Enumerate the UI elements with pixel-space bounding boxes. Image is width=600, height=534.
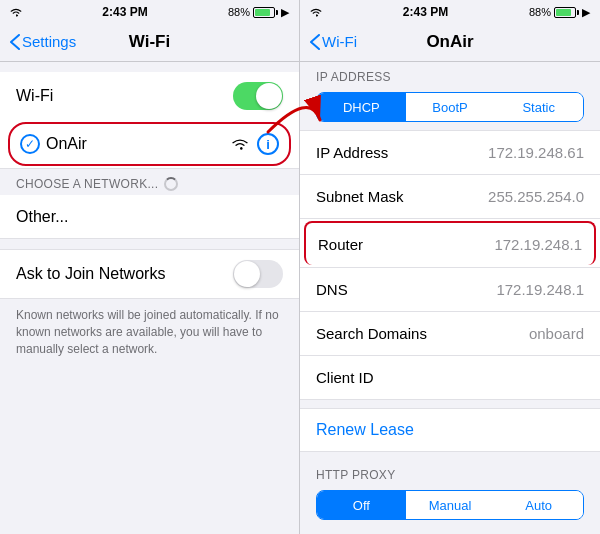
dns-row: DNS 172.19.248.1: [300, 268, 600, 312]
left-panel: 2:43 PM 88% ▶ Settings Wi-Fi Wi-Fi: [0, 0, 300, 534]
status-bar-left: 2:43 PM 88% ▶: [0, 0, 299, 22]
ip-address-value: 172.19.248.61: [488, 144, 584, 161]
ip-address-section-label: IP ADDRESS: [300, 62, 600, 88]
back-to-settings-btn[interactable]: Settings: [10, 33, 76, 50]
ask-join-knob: [234, 261, 260, 287]
back-to-wifi-btn[interactable]: Wi-Fi: [310, 33, 357, 50]
renew-lease-button[interactable]: Renew Lease: [300, 409, 600, 451]
wifi-toggle[interactable]: [233, 82, 283, 110]
loading-spinner: [164, 177, 178, 191]
wifi-toggle-row[interactable]: Wi-Fi: [0, 72, 299, 120]
ip-info-section: IP Address 172.19.248.61 Subnet Mask 255…: [300, 130, 600, 400]
time-left: 2:43 PM: [102, 5, 147, 19]
bootp-tab[interactable]: BootP: [406, 93, 495, 121]
client-id-row: Client ID: [300, 356, 600, 400]
choose-network-label: CHOOSE A NETWORK...: [16, 177, 158, 191]
info-button[interactable]: i: [257, 133, 279, 155]
status-left-right: [310, 6, 322, 18]
battery-percent-left: 88%: [228, 6, 250, 18]
onair-right-section: i: [231, 133, 279, 155]
battery-icon-right: [554, 7, 579, 18]
right-scroll-content[interactable]: IP ADDRESS DHCP BootP Static IP Address …: [300, 62, 600, 534]
wifi-status-icon: [10, 6, 22, 18]
onair-row[interactable]: ✓ OnAir i: [8, 122, 291, 166]
bluetooth-icon-right: ▶: [582, 6, 590, 19]
wifi-status-icon-right: [310, 6, 322, 18]
wifi-page-title: Wi-Fi: [129, 32, 170, 52]
router-value: 172.19.248.1: [494, 236, 582, 253]
choose-network-header: CHOOSE A NETWORK...: [0, 169, 299, 195]
http-proxy-segmented-control[interactable]: Off Manual Auto: [316, 490, 584, 520]
wifi-settings-list: Wi-Fi: [0, 72, 299, 120]
info-icon: i: [266, 137, 270, 152]
back-settings-label: Settings: [22, 33, 76, 50]
search-domains-row: Search Domains onboard: [300, 312, 600, 356]
dhcp-tab[interactable]: DHCP: [317, 93, 406, 121]
status-bar-right: 2:43 PM 88% ▶: [300, 0, 600, 22]
onair-page-title: OnAir: [426, 32, 473, 52]
http-proxy-section: HTTP PROXY Off Manual Auto: [300, 460, 600, 520]
other-label: Other...: [16, 208, 68, 226]
checkmark-circle: ✓: [20, 134, 40, 154]
search-domains-label: Search Domains: [316, 325, 427, 342]
router-row-container: Router 172.19.248.1: [300, 219, 600, 268]
ask-join-description: Known networks will be joined automatica…: [0, 299, 299, 365]
back-wifi-label: Wi-Fi: [322, 33, 357, 50]
onair-section: ✓ OnAir i: [0, 120, 299, 169]
ask-join-section: Ask to Join Networks Known networks will…: [0, 249, 299, 365]
status-left-items: [10, 6, 22, 18]
http-auto-tab[interactable]: Auto: [494, 491, 583, 519]
time-right: 2:43 PM: [403, 5, 448, 19]
nav-bar-left: Settings Wi-Fi: [0, 22, 299, 62]
ip-address-row: IP Address 172.19.248.61: [300, 131, 600, 175]
back-chevron-right-icon: [310, 34, 320, 50]
back-chevron-left-icon: [10, 34, 20, 50]
router-row: Router 172.19.248.1: [304, 221, 596, 265]
toggle-knob: [256, 83, 282, 109]
status-right-right: 88% ▶: [529, 6, 590, 19]
ip-address-label: IP Address: [316, 144, 388, 161]
dns-value: 172.19.248.1: [496, 281, 584, 298]
battery-icon-left: [253, 7, 278, 18]
renew-lease-section: Renew Lease: [300, 408, 600, 452]
onair-left-section: ✓ OnAir: [20, 134, 87, 154]
ask-join-label: Ask to Join Networks: [16, 265, 165, 283]
renew-lease-label: Renew Lease: [316, 421, 414, 439]
subnet-mask-row: Subnet Mask 255.255.254.0: [300, 175, 600, 219]
http-proxy-label: HTTP PROXY: [300, 460, 600, 486]
http-off-tab[interactable]: Off: [317, 491, 406, 519]
search-domains-value: onboard: [529, 325, 584, 342]
wifi-label: Wi-Fi: [16, 87, 53, 105]
right-panel: 2:43 PM 88% ▶ Wi-Fi OnAir IP ADDRESS DHC…: [300, 0, 600, 534]
client-id-label: Client ID: [316, 369, 374, 386]
check-icon: ✓: [25, 138, 35, 150]
nav-bar-right: Wi-Fi OnAir: [300, 22, 600, 62]
subnet-mask-value: 255.255.254.0: [488, 188, 584, 205]
subnet-mask-label: Subnet Mask: [316, 188, 404, 205]
router-label: Router: [318, 236, 363, 253]
onair-label: OnAir: [46, 135, 87, 153]
ask-join-toggle[interactable]: [233, 260, 283, 288]
status-right-left: 88% ▶: [228, 6, 289, 19]
ask-join-row[interactable]: Ask to Join Networks: [0, 249, 299, 299]
dns-label: DNS: [316, 281, 348, 298]
static-tab[interactable]: Static: [494, 93, 583, 121]
battery-percent-right: 88%: [529, 6, 551, 18]
http-manual-tab[interactable]: Manual: [406, 491, 495, 519]
bluetooth-icon: ▶: [281, 6, 289, 19]
ip-type-segmented-control[interactable]: DHCP BootP Static: [316, 92, 584, 122]
onair-wifi-icon: [231, 137, 249, 151]
other-network-row[interactable]: Other...: [0, 195, 299, 239]
